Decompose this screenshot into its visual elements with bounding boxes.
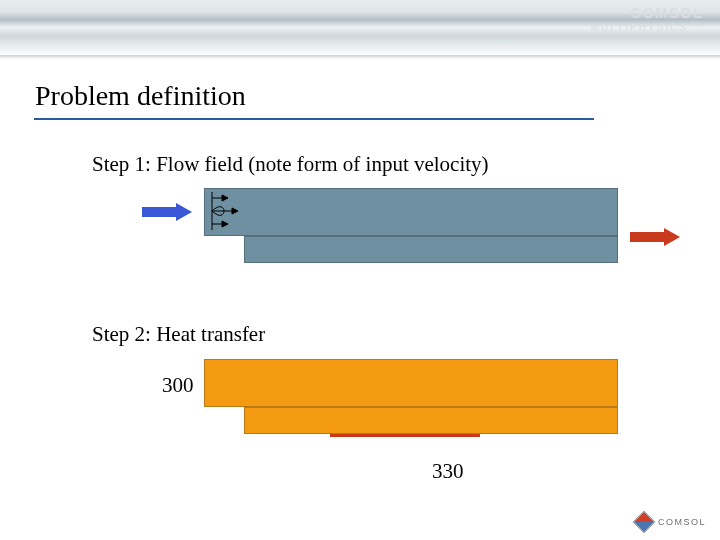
brand-line2: MULTIPHYSICS — [591, 22, 688, 33]
brand-footer-text: COMSOL — [658, 517, 706, 527]
step1-heading: Step 1: Flow field (note form of input v… — [92, 152, 489, 177]
header-band-shadow — [0, 55, 720, 59]
title-underline — [34, 118, 594, 120]
heat-channel-lower — [244, 407, 618, 434]
brand-line1: COMSOL — [631, 5, 704, 21]
inlet-arrow-icon — [142, 203, 192, 221]
heat-diagram — [140, 359, 620, 451]
flow-diagram — [140, 188, 620, 280]
brand-tm: TM — [690, 21, 704, 28]
page-title: Problem definition — [35, 80, 246, 112]
wall-temperature-label: 330 — [432, 459, 464, 484]
brand-logo-bottom: COMSOL — [636, 514, 706, 530]
flow-channel-upper — [204, 188, 618, 236]
inlet-temperature-label: 300 — [162, 373, 194, 398]
brand-logo-top: COMSOL MULTIPHYSICSTM — [591, 6, 704, 34]
brand-cube-icon — [633, 511, 656, 534]
heat-channel-upper — [204, 359, 618, 407]
flow-channel-lower — [244, 236, 618, 263]
step2-heading: Step 2: Heat transfer — [92, 322, 265, 347]
outlet-arrow-icon — [630, 228, 680, 246]
heated-wall-line — [330, 434, 480, 437]
